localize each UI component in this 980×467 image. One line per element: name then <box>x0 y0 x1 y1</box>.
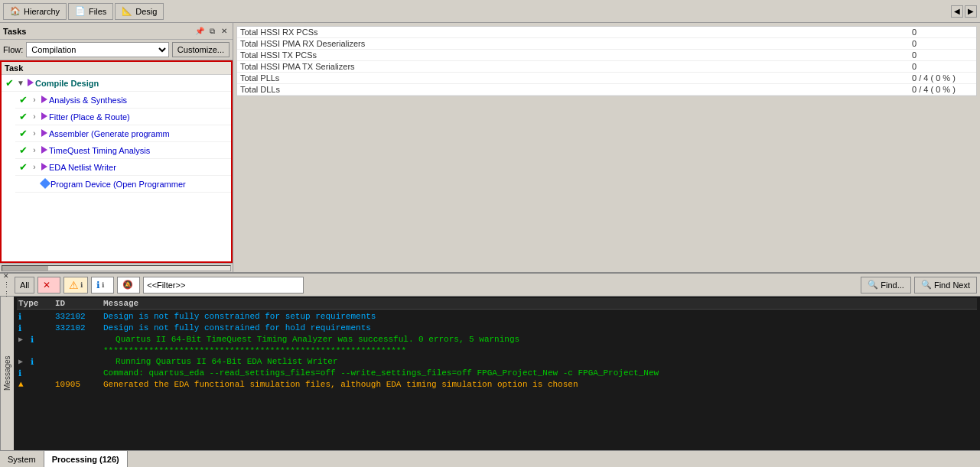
find-next-button[interactable]: 🔍 Find Next <box>914 277 977 293</box>
error-icon: ✕ <box>43 280 50 290</box>
info-badge: ℹ <box>80 281 83 289</box>
task-row[interactable]: ✔ › Analysis & Synthesis <box>15 92 231 109</box>
design-icon: 📐 <box>122 6 132 16</box>
all-filter-button[interactable]: All <box>15 277 34 293</box>
tab-system[interactable]: System <box>0 451 44 468</box>
task-column-header: Task <box>2 62 231 75</box>
msg-text: Design is not fully constrained for hold… <box>103 323 975 332</box>
stats-row: Total DLLs 0 / 4 ( 0 % ) <box>237 84 976 96</box>
tab-design[interactable]: 📐 Desig <box>115 3 164 20</box>
message-row[interactable]: ℹ 332102 Design is not fully constrained… <box>17 323 977 334</box>
stats-row: Total HSSI TX PCSs 0 <box>237 50 976 61</box>
message-row[interactable]: ℹ Command: quartus_eda --read_settings_f… <box>17 368 977 379</box>
stats-value: 0 / 4 ( 0 % ) <box>912 85 973 94</box>
expand-btn[interactable]: › <box>29 112 40 122</box>
suppress-icon: 🔕 <box>122 280 133 290</box>
message-row[interactable]: ▶ ℹ Running Quartus II 64-Bit EDA Netlis… <box>17 356 977 368</box>
info-circle-icon: ℹ <box>18 324 21 333</box>
find-next-icon: 🔍 <box>921 280 932 290</box>
check-icon: ✔ <box>17 144 29 157</box>
find-label: Find... <box>881 281 904 290</box>
check-icon: ✔ <box>17 94 29 106</box>
task-row[interactable]: ✔ ▼ Compile Design <box>2 75 231 92</box>
right-panel: Total HSSI RX PCSs 0 Total HSSI PMA RX D… <box>233 23 980 272</box>
play-icon-purple <box>41 145 47 156</box>
msg-id: 10905 <box>55 380 97 389</box>
tasks-panel-header: Tasks 📌 ⧉ ✕ <box>0 23 233 40</box>
msg-text: Command: quartus_eda --read_settings_fil… <box>103 368 975 378</box>
expand-arrow[interactable]: ▶ <box>18 335 23 344</box>
expand-btn[interactable]: › <box>29 95 40 105</box>
info-circle-icon: ℹ <box>18 369 21 378</box>
msg-id: 332102 <box>55 312 97 321</box>
stats-row: Total HSSI RX PCSs 0 <box>237 27 976 38</box>
customize-button[interactable]: Customize... <box>172 42 230 57</box>
tab-processing[interactable]: Processing (126) <box>44 451 128 468</box>
panel-controls: 📌 ⧉ ✕ <box>194 26 230 37</box>
task-row[interactable]: ✔ › Fitter (Place & Route) <box>15 109 231 125</box>
tab-processing-label: Processing (126) <box>52 455 119 464</box>
error-filter-button[interactable]: ✕ <box>37 277 60 293</box>
task-row[interactable]: ✔ › TimeQuest Timing Analysis <box>15 142 231 159</box>
find-button[interactable]: 🔍 Find... <box>861 277 911 293</box>
warning-filter-button[interactable]: ⚠ ℹ <box>63 277 88 293</box>
nav-next-arrow[interactable]: ▶ <box>965 5 977 18</box>
message-row[interactable]: ▲ 10905 Generated the EDA functional sim… <box>17 379 977 390</box>
side-icon-x[interactable]: ✕ <box>3 272 10 280</box>
task-label: Analysis & Synthesis <box>49 96 127 105</box>
stats-row: Total HSSI PMA RX Deserializers 0 <box>237 38 976 50</box>
info-filter-button[interactable]: ℹ ℹ <box>91 277 114 293</box>
flow-row: Flow: Compilation Customize... <box>0 40 233 60</box>
expand-arrow[interactable]: ▶ <box>18 357 23 366</box>
col-id-header: ID <box>55 299 97 308</box>
suppress-filter-button[interactable]: 🔕 <box>117 277 140 293</box>
message-row[interactable]: ℹ 332102 Design is not fully constrained… <box>17 311 977 323</box>
task-row[interactable]: ✔ › Program Device (Open Programmer <box>15 176 231 193</box>
nav-prev-arrow[interactable]: ◀ <box>951 5 963 18</box>
filter-input[interactable] <box>143 277 304 293</box>
expand-btn[interactable]: › <box>29 145 40 156</box>
msg-type: ℹ <box>31 335 61 345</box>
stats-label: Total HSSI RX PCSs <box>240 28 912 37</box>
task-row[interactable]: ✔ › EDA Netlist Writer <box>15 159 231 176</box>
message-row[interactable]: ▶ ℹ Quartus II 64-Bit TimeQuest Timing A… <box>17 334 977 345</box>
warning-triangle-icon: ▲ <box>18 380 24 389</box>
play-icon-purple <box>41 162 47 173</box>
play-icon-purple <box>41 95 47 105</box>
flow-label: Flow: <box>3 45 23 54</box>
stats-row: Total PLLs 0 / 4 ( 0 % ) <box>237 73 976 84</box>
messages-content[interactable]: Type ID Message ℹ 332102 Design is not f… <box>14 297 980 450</box>
task-row[interactable]: ✔ › Assembler (Generate programm <box>15 125 231 142</box>
float-icon[interactable]: ⧉ <box>207 26 217 37</box>
stats-label: Total HSSI PMA TX Serializers <box>240 62 912 71</box>
side-icon-dots[interactable]: ⋮ <box>3 281 10 289</box>
stats-label: Total HSSI PMA RX Deserializers <box>240 39 912 48</box>
horizontal-scrollbar[interactable] <box>0 263 233 272</box>
stats-label: Total HSSI TX PCSs <box>240 50 912 60</box>
find-icon: 🔍 <box>868 280 878 290</box>
expand-btn[interactable]: › <box>29 128 40 139</box>
flow-dropdown[interactable]: Compilation <box>26 42 169 57</box>
info-badge2: ℹ <box>102 281 104 289</box>
diamond-icon <box>41 179 49 190</box>
message-row[interactable]: ****************************************… <box>17 345 977 356</box>
expand-btn[interactable]: ▼ <box>15 78 26 89</box>
scrollbar-thumb[interactable] <box>2 266 48 271</box>
stats-label: Total PLLs <box>240 73 912 83</box>
tab-hierarchy[interactable]: 🏠 Hierarchy <box>3 3 67 20</box>
tab-files-label: Files <box>89 7 106 16</box>
check-icon: ✔ <box>17 111 29 123</box>
msg-type: ℹ <box>18 368 49 378</box>
close-icon[interactable]: ✕ <box>219 26 230 37</box>
tab-files[interactable]: 📄 Files <box>68 3 113 20</box>
tab-system-label: System <box>8 455 36 464</box>
messages-side-label[interactable]: Messages <box>0 297 14 450</box>
msg-text: Running Quartus II 64-Bit EDA Netlist Wr… <box>116 357 975 366</box>
warning-icon: ⚠ <box>69 279 79 291</box>
msg-type: ▲ <box>18 380 49 389</box>
task-label: TimeQuest Timing Analysis <box>49 146 150 155</box>
expand-btn[interactable]: › <box>29 162 40 173</box>
find-next-label: Find Next <box>934 281 970 290</box>
col-msg-header: Message <box>103 299 975 308</box>
pin-icon[interactable]: 📌 <box>194 26 205 37</box>
